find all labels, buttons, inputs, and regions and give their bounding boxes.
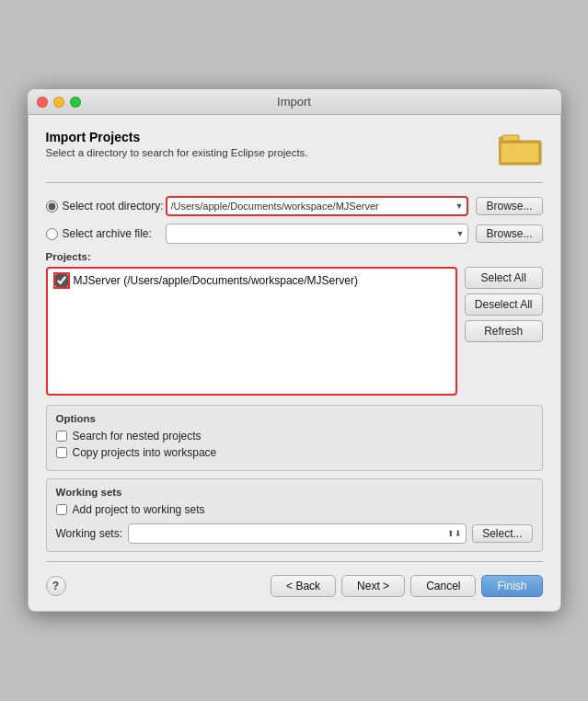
working-sets-select-button[interactable]: Select... xyxy=(472,524,532,543)
help-button[interactable]: ? xyxy=(46,576,66,596)
add-working-sets-checkbox[interactable] xyxy=(56,504,67,515)
copy-projects-row: Copy projects into workspace xyxy=(56,446,533,459)
options-label: Options xyxy=(56,413,533,424)
root-directory-radio[interactable] xyxy=(46,201,58,213)
working-sets-label: Working sets xyxy=(56,487,533,498)
dialog-title: Import Projects xyxy=(46,130,308,144)
dialog-subtitle: Select a directory to search for existin… xyxy=(46,147,308,158)
titlebar: Import xyxy=(28,89,561,115)
refresh-button[interactable]: Refresh xyxy=(465,320,543,342)
svg-rect-2 xyxy=(501,143,539,163)
header-text: Import Projects Select a directory to se… xyxy=(46,130,308,158)
search-nested-label: Search for nested projects xyxy=(73,430,202,442)
dialog-content: Import Projects Select a directory to se… xyxy=(28,115,561,612)
working-sets-dropdown[interactable]: ⬆⬇ xyxy=(128,523,467,544)
footer-right: < Back Next > Cancel Finish xyxy=(271,575,542,597)
list-item: MJServer (/Users/apple/Documents/workspa… xyxy=(52,272,452,289)
archive-file-row: Select archive file: ▼ Browse... xyxy=(46,224,543,244)
working-sets-section: Working sets Add project to working sets… xyxy=(46,478,543,552)
back-button[interactable]: < Back xyxy=(271,575,336,597)
close-button[interactable] xyxy=(37,97,48,108)
projects-area: MJServer (/Users/apple/Documents/workspa… xyxy=(46,267,543,396)
root-path-dropdown[interactable]: /Users/apple/Documents/workspace/MJServe… xyxy=(166,196,469,216)
header-section: Import Projects Select a directory to se… xyxy=(46,130,543,169)
deselect-all-button[interactable]: Deselect All xyxy=(465,293,543,316)
root-directory-radio-label[interactable]: Select root directory: xyxy=(46,200,166,213)
select-all-button[interactable]: Select All xyxy=(465,267,543,289)
path-dropdown-arrow: ▼ xyxy=(455,201,464,211)
browse-archive-button[interactable]: Browse... xyxy=(476,224,542,243)
finish-button[interactable]: Finish xyxy=(481,575,542,597)
footer-left: ? xyxy=(46,576,66,596)
search-nested-row: Search for nested projects xyxy=(56,430,533,442)
maximize-button[interactable] xyxy=(70,97,81,108)
svg-rect-3 xyxy=(502,135,519,141)
root-path-text: /Users/apple/Documents/workspace/MJServe… xyxy=(171,201,454,212)
add-to-working-sets-row: Add project to working sets xyxy=(56,503,533,516)
folder-icon xyxy=(499,130,543,169)
titlebar-buttons xyxy=(37,97,81,108)
footer: ? < Back Next > Cancel Finish xyxy=(46,569,543,601)
cancel-button[interactable]: Cancel xyxy=(410,575,476,597)
project-name: MJServer (/Users/apple/Documents/workspa… xyxy=(74,274,358,287)
browse-root-button[interactable]: Browse... xyxy=(476,197,542,215)
sets-label: Working sets: xyxy=(56,527,122,540)
add-working-sets-label: Add project to working sets xyxy=(73,503,205,516)
projects-list: MJServer (/Users/apple/Documents/workspa… xyxy=(46,267,457,396)
projects-label: Projects: xyxy=(46,251,543,262)
archive-file-radio-label[interactable]: Select archive file: xyxy=(46,227,166,240)
footer-divider xyxy=(46,561,543,562)
import-dialog: Import Import Projects Select a director… xyxy=(28,89,561,612)
copy-projects-checkbox[interactable] xyxy=(56,447,67,458)
working-sets-row: Working sets: ⬆⬇ Select... xyxy=(56,523,533,544)
next-button[interactable]: Next > xyxy=(341,575,405,597)
archive-file-radio[interactable] xyxy=(46,228,58,240)
search-nested-checkbox[interactable] xyxy=(56,431,67,442)
projects-buttons: Select All Deselect All Refresh xyxy=(465,267,543,396)
copy-projects-label: Copy projects into workspace xyxy=(73,446,217,459)
root-directory-row: Select root directory: /Users/apple/Docu… xyxy=(46,196,543,216)
header-divider xyxy=(46,182,543,183)
archive-dropdown[interactable]: ▼ xyxy=(166,224,469,244)
window-title: Import xyxy=(277,95,311,109)
minimize-button[interactable] xyxy=(53,97,64,108)
options-section: Options Search for nested projects Copy … xyxy=(46,405,543,471)
project-checkbox[interactable] xyxy=(55,274,68,287)
